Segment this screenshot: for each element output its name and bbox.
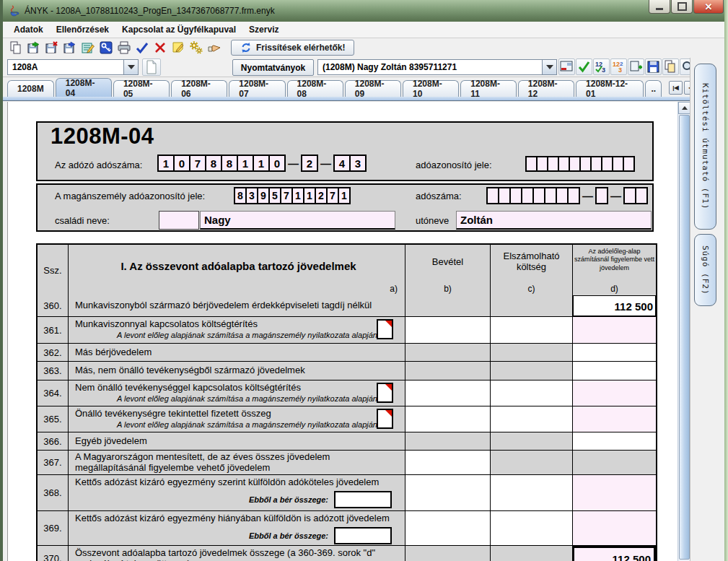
- digit-box[interactable]: 7: [189, 155, 206, 172]
- sheet-tab-1208m[interactable]: 1208M: [7, 80, 54, 97]
- new-document-button[interactable]: [142, 58, 161, 76]
- sheet-tab-1208m-12[interactable]: 1208M-12: [518, 80, 574, 97]
- cell-jovedelem[interactable]: 112 500: [572, 546, 656, 561]
- digit-box[interactable]: 1: [338, 187, 351, 204]
- menu-item-4[interactable]: Szerviz: [242, 23, 285, 36]
- digit-box[interactable]: [567, 187, 580, 204]
- print-button[interactable]: [115, 40, 133, 56]
- wage-amount-input[interactable]: [334, 491, 392, 508]
- row-number: 366.: [38, 432, 68, 450]
- scroll-up-button[interactable]: [678, 102, 690, 114]
- delete-button[interactable]: [152, 40, 169, 56]
- sheet-tab-1208m-08[interactable]: 1208M-08: [287, 80, 343, 97]
- digit-box[interactable]: 8: [205, 155, 222, 172]
- cell-jovedelem[interactable]: [572, 317, 656, 343]
- digit-box[interactable]: 1: [157, 155, 175, 172]
- sheet-tab-1208m-05[interactable]: 1208M-05: [113, 80, 170, 97]
- form-view-icon: [560, 60, 574, 74]
- wage-amount-input[interactable]: [334, 527, 392, 544]
- digit-box[interactable]: [635, 187, 648, 204]
- sheet-tab-1208m-09[interactable]: 1208M-09: [345, 80, 401, 97]
- attachment-doc-icon[interactable]: [377, 319, 393, 339]
- cell-bevetel[interactable]: [405, 380, 490, 406]
- cell-bevetel[interactable]: [405, 475, 490, 510]
- recalc-all-button[interactable]: 1232: [610, 58, 627, 75]
- copy-document-button[interactable]: [7, 40, 25, 56]
- digit-box[interactable]: 0: [268, 155, 286, 172]
- vertical-scrollbar[interactable]: [677, 102, 690, 561]
- digit-box[interactable]: [623, 156, 635, 172]
- attachment-doc-icon[interactable]: [377, 383, 393, 403]
- form-edit-button[interactable]: [79, 40, 97, 56]
- note-edit-button[interactable]: [170, 40, 187, 56]
- minimize-button[interactable]: [649, 0, 670, 14]
- cell-jovedelem[interactable]: [572, 475, 656, 510]
- check-button[interactable]: [133, 40, 151, 56]
- cell-koltseg[interactable]: [490, 475, 572, 510]
- form-view-button[interactable]: [558, 58, 575, 75]
- hand-sign-button[interactable]: [206, 40, 223, 56]
- key-button[interactable]: [97, 40, 115, 56]
- digit-box[interactable]: 8: [221, 155, 238, 172]
- sheet-tab-1208m-07[interactable]: 1208M-07: [229, 80, 285, 97]
- row-label: Egyéb jövedelem: [75, 436, 402, 447]
- cell-koltseg[interactable]: [490, 511, 572, 545]
- cell-koltseg: [490, 362, 572, 380]
- chevron-down-icon[interactable]: [123, 60, 138, 74]
- sheet-tab-1208m-06[interactable]: 1208M-06: [171, 80, 227, 97]
- sheet-tab-1208m-12-01[interactable]: 1208M-12-01: [576, 80, 644, 97]
- menu-item-2[interactable]: Ellenőrzések: [50, 23, 115, 36]
- person-selector-combo[interactable]: (1208M) Nagy Zoltán 8395711271: [317, 59, 557, 75]
- cell-jovedelem[interactable]: [572, 406, 656, 432]
- recalc-check-button[interactable]: 123: [593, 58, 610, 75]
- save-as-button[interactable]: [61, 40, 79, 56]
- first-tab-button[interactable]: |◀: [669, 81, 683, 95]
- update-available-button[interactable]: Frissítések elérhetők!: [231, 40, 354, 56]
- sheet-tab-1208m-11[interactable]: 1208M-11: [460, 80, 517, 97]
- save-load-button[interactable]: [25, 40, 43, 56]
- cell-bevetel[interactable]: [405, 406, 490, 432]
- cell-jovedelem[interactable]: 112 500: [572, 295, 656, 316]
- cell-bevetel[interactable]: [405, 451, 490, 474]
- menu-item-1[interactable]: Adatok: [7, 23, 50, 36]
- digit-box[interactable]: 4: [333, 155, 351, 172]
- tab-help[interactable]: Súgó (F2): [694, 234, 716, 306]
- menu-item-3[interactable]: Kapcsolat az Ügyfélkapuval: [115, 23, 242, 36]
- given-name-field[interactable]: Zoltán: [456, 211, 652, 230]
- cell-bevetel[interactable]: [405, 317, 490, 343]
- sheet-tab-1208m-04[interactable]: 1208M-04: [56, 78, 112, 97]
- cell-jovedelem[interactable]: [572, 432, 656, 450]
- forms-button[interactable]: Nyomtatványok: [232, 59, 314, 76]
- close-button[interactable]: ✕: [693, 0, 724, 14]
- save-remove-button[interactable]: [43, 40, 61, 56]
- digit-box[interactable]: 3: [349, 155, 367, 172]
- digit-box[interactable]: 0: [173, 155, 190, 172]
- chevron-down-icon[interactable]: [542, 60, 556, 74]
- digit-box[interactable]: [595, 187, 608, 204]
- settings-gears-button[interactable]: [188, 40, 205, 56]
- family-name-field[interactable]: Nagy: [200, 211, 395, 230]
- family-name-prefix-field[interactable]: [159, 211, 199, 230]
- scrollbar-thumb[interactable]: [679, 115, 690, 560]
- tab-fill-guide[interactable]: Kitöltési útmutató (F1): [694, 64, 716, 230]
- cell-jovedelem[interactable]: [572, 380, 656, 406]
- copy-pages-button[interactable]: [662, 58, 679, 75]
- cell-bevetel[interactable]: [405, 511, 490, 545]
- cell-koltseg[interactable]: [490, 406, 572, 432]
- save-button[interactable]: [645, 58, 662, 75]
- cell-koltseg[interactable]: [490, 380, 572, 406]
- sheet-tab-1208m-10[interactable]: 1208M-10: [403, 80, 459, 97]
- tab-overflow[interactable]: ..: [645, 80, 662, 97]
- cell-jovedelem[interactable]: [572, 362, 656, 380]
- digit-box[interactable]: 1: [253, 155, 270, 172]
- digit-box[interactable]: 2: [301, 155, 318, 172]
- cell-jovedelem[interactable]: [572, 344, 656, 361]
- attachment-doc-icon[interactable]: [377, 409, 393, 429]
- maximize-button[interactable]: [671, 0, 693, 14]
- cell-koltseg[interactable]: [490, 317, 572, 343]
- add-page-button[interactable]: [628, 58, 644, 75]
- check-green-button[interactable]: [576, 58, 592, 75]
- cell-jovedelem[interactable]: [572, 511, 656, 545]
- form-selector-combo[interactable]: 1208A: [7, 59, 139, 75]
- digit-box[interactable]: 1: [237, 155, 254, 172]
